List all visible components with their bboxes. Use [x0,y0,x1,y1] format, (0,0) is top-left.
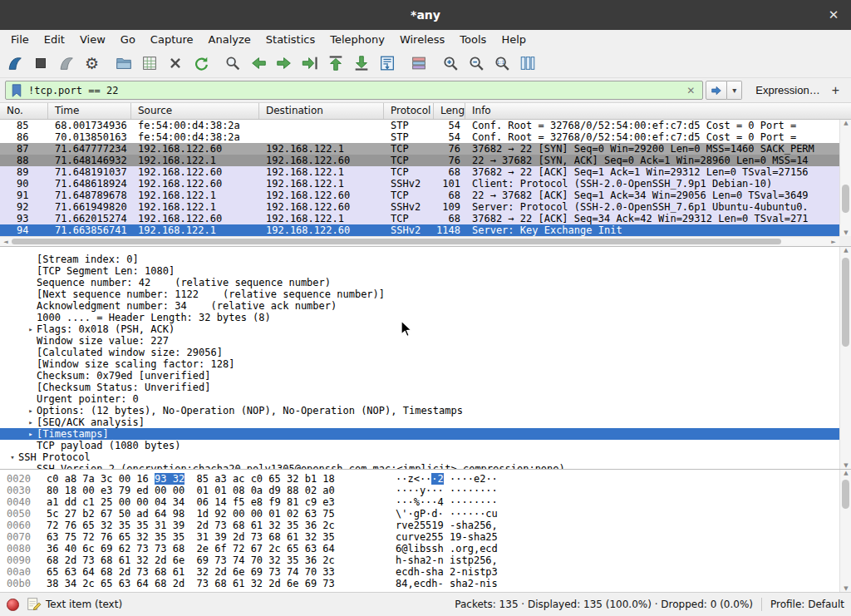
detail-line[interactable]: TCP payload (1080 bytes) [0,440,839,451]
restart-capture-button[interactable] [53,52,79,75]
scroll-left-icon[interactable]: ◄ [0,237,12,247]
packet-list-hscrollbar[interactable]: ◄ ► [0,236,839,246]
hex-row[interactable]: 00b038 34 2c 65 63 64 68 2d 73 68 61 32 … [7,578,839,589]
scrollbar-thumb[interactable] [842,480,849,509]
detail-line[interactable]: [Stream index: 0] [0,254,839,265]
expression-button[interactable]: Expression… [750,81,824,99]
packet-row[interactable]: 9471.663856741192.168.122.1192.168.122.6… [0,224,839,236]
expand-icon[interactable]: ▸ [25,405,37,416]
detail-line[interactable]: ▸[SEQ/ACK analysis] [0,416,839,428]
menu-wireless[interactable]: Wireless [392,32,452,47]
scroll-up-icon[interactable]: ▲ [840,470,851,476]
go-to-packet-button[interactable] [297,52,322,75]
detail-line[interactable]: ▸Flags: 0x018 (PSH, ACK) [0,323,839,335]
details-vscrollbar[interactable]: ▲ ▼ [839,247,851,469]
packet-row[interactable]: 8670.013850163fe:54:00:d4:38:2aSTP54Conf… [0,131,839,143]
detail-line[interactable]: Urgent pointer: 0 [0,393,839,405]
column-header-length[interactable]: Length [434,103,465,119]
menu-help[interactable]: Help [494,32,534,47]
menu-view[interactable]: View [72,32,113,47]
menu-capture[interactable]: Capture [143,32,201,47]
column-header-info[interactable]: Info [465,103,851,119]
add-filter-button[interactable]: + [825,81,846,100]
close-window-button[interactable]: ✕ [824,6,843,24]
packet-row[interactable]: 8971.648191037192.168.122.60192.168.122.… [0,166,839,178]
filter-clear-icon[interactable]: ✕ [683,85,698,96]
packet-row[interactable]: 9171.648789678192.168.122.1192.168.122.6… [0,190,839,201]
auto-scroll-button[interactable] [374,52,400,75]
column-header-source[interactable]: Source [131,103,259,119]
menu-telephony[interactable]: Telephony [322,32,392,47]
scroll-down-icon[interactable]: ▼ [840,229,851,236]
column-header-time[interactable]: Time [48,103,131,119]
scroll-down-icon[interactable]: ▼ [840,462,851,469]
scroll-right-icon[interactable]: ► [828,237,839,247]
scroll-down-icon[interactable]: ▼ [840,585,851,592]
detail-line[interactable]: ▸[Timestamps] [0,428,839,440]
stop-capture-button[interactable] [27,52,53,75]
detail-line[interactable]: ▾SSH Protocol [0,451,839,463]
zoom-in-button[interactable] [437,52,463,75]
column-header-destination[interactable]: Destination [259,103,384,119]
scrollbar-thumb[interactable] [842,258,849,347]
hex-row[interactable]: 0020c0 a8 7a 3c 00 16 93 32 85 a3 ac c0 … [7,473,839,485]
reload-file-button[interactable] [188,52,214,75]
hex-row[interactable]: 003080 18 00 e3 79 ed 00 00 01 01 08 0a … [7,485,839,496]
hex-row[interactable]: 0040a1 dd c1 25 00 00 04 34 06 14 f5 e8 … [7,496,839,508]
profile-button[interactable]: Profile: Default [770,599,844,610]
hex-row[interactable]: 006072 76 65 32 35 35 31 39 2d 73 68 61 … [7,520,839,531]
detail-line[interactable]: ▸Options: (12 bytes), No-Operation (NOP)… [0,405,839,416]
menu-edit[interactable]: Edit [37,32,72,47]
close-file-button[interactable] [162,52,188,75]
hex-row[interactable]: 007063 75 72 76 65 32 35 35 31 39 2d 73 … [7,531,839,543]
packet-row[interactable]: 8568.001734936fe:54:00:d4:38:2aSTP54Conf… [0,120,839,131]
go-first-packet-button[interactable] [322,52,348,75]
menu-analyze[interactable]: Analyze [201,32,258,47]
detail-line[interactable]: [Window size scaling factor: 128] [0,358,839,370]
collapse-icon[interactable]: ▾ [7,451,18,463]
scroll-up-icon[interactable]: ▲ [840,120,851,126]
go-last-packet-button[interactable] [348,52,374,75]
go-back-button[interactable] [245,52,271,75]
save-file-button[interactable] [136,52,162,75]
expert-info-icon[interactable] [7,599,19,611]
filter-dropdown-button[interactable]: ▾ [727,81,742,100]
menu-file[interactable]: File [3,32,37,47]
column-header-no[interactable]: No. [0,103,48,119]
packet-row[interactable]: 8771.647777234192.168.122.60192.168.122.… [0,143,839,155]
zoom-original-button[interactable]: 1:1 [489,52,514,75]
start-capture-button[interactable] [2,52,27,75]
detail-line[interactable]: SSH Version 2 (encryption:chacha20-poly1… [0,463,839,469]
menu-statistics[interactable]: Statistics [258,32,322,47]
detail-line[interactable]: Window size value: 227 [0,335,839,347]
filter-bookmark-icon[interactable] [10,83,23,98]
expand-icon[interactable]: ▸ [25,428,37,440]
expand-icon[interactable]: ▸ [25,416,37,428]
packet-list-vscrollbar[interactable]: ▲ ▼ [839,120,851,236]
colorize-packets-button[interactable] [406,52,431,75]
scroll-up-icon[interactable]: ▲ [840,247,851,254]
resize-columns-button[interactable] [514,52,540,75]
detail-line[interactable]: Checksum: 0x79ed [unverified] [0,370,839,382]
capture-options-button[interactable]: ⚙ [79,52,105,75]
filter-apply-button[interactable] [706,81,727,100]
expand-icon[interactable]: ▸ [25,323,37,335]
detail-line[interactable]: [Calculated window size: 29056] [0,347,839,358]
detail-line[interactable]: [Next sequence number: 1122 (relative se… [0,288,839,300]
packet-row[interactable]: 8871.648146932192.168.122.1192.168.122.6… [0,155,839,166]
display-filter-input[interactable]: !tcp.port == 22 ✕ [5,81,703,100]
capture-comment-icon[interactable] [26,596,42,613]
open-file-button[interactable] [111,52,136,75]
hex-row[interactable]: 009068 2d 73 68 61 32 2d 6e 69 73 74 70 … [7,554,839,566]
scrollbar-thumb[interactable] [842,185,849,213]
hex-row[interactable]: 008036 40 6c 69 62 73 73 68 2e 6f 72 67 … [7,543,839,554]
menu-tools[interactable]: Tools [452,32,494,47]
packet-row[interactable]: 9371.662015274192.168.122.60192.168.122.… [0,213,839,224]
menu-go[interactable]: Go [113,32,143,47]
packet-row[interactable]: 9271.661949820192.168.122.1192.168.122.6… [0,201,839,213]
detail-line[interactable]: 1000 .... = Header Length: 32 bytes (8) [0,312,839,323]
hex-row[interactable]: 00505c 27 b2 67 50 ad 64 98 1d 92 00 00 … [7,508,839,520]
packet-row[interactable]: 9071.648618924192.168.122.60192.168.122.… [0,178,839,190]
detail-line[interactable]: Sequence number: 42 (relative sequence n… [0,277,839,288]
column-header-protocol[interactable]: Protocol [384,103,434,119]
